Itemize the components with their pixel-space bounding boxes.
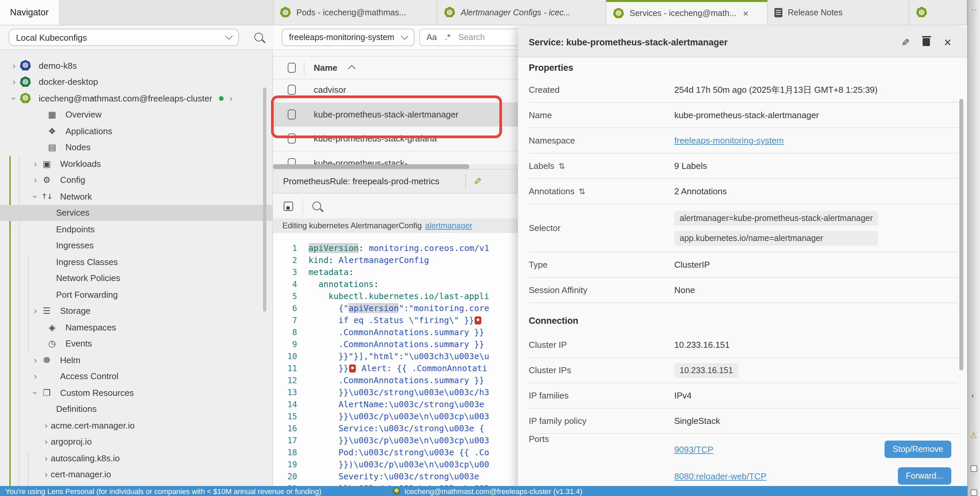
- sidebar-item-storage[interactable]: ›☰Storage: [0, 303, 273, 319]
- chevron-collapsed-icon[interactable]: ›: [41, 453, 51, 463]
- sidebar-item-autoscaling-k8s-io[interactable]: ›autoscaling.k8s.io: [0, 450, 273, 466]
- background-window-button[interactable]: [970, 465, 977, 472]
- sidebar-item-applications[interactable]: ❖Applications: [0, 123, 273, 139]
- chevron-collapsed-icon[interactable]: ›: [41, 421, 51, 431]
- sidebar-item-helm[interactable]: ›☸Helm: [0, 352, 273, 368]
- sort-ascending-icon[interactable]: [348, 65, 356, 73]
- detail-label: Cluster IPs: [529, 365, 674, 375]
- chevron-collapsed-icon[interactable]: ›: [10, 77, 19, 87]
- tab-pods[interactable]: ☸Pods - icecheng@mathmas...: [273, 0, 437, 25]
- horizontal-scrollbar[interactable]: [273, 164, 518, 169]
- service-name: cadvisor: [314, 85, 346, 95]
- tab-label: Pods - icecheng@mathmas...: [296, 8, 406, 17]
- background-window-button[interactable]: [970, 489, 977, 496]
- chevron-collapsed-icon[interactable]: ›: [41, 437, 51, 447]
- detail-row-ports: Ports9093/TCPStop/Remove8080:reloader-we…: [529, 434, 958, 487]
- sidebar-item-label: cert-manager.io: [51, 470, 111, 480]
- detail-value: ClusterIP: [674, 260, 710, 270]
- sidebar-item-ingresses[interactable]: Ingresses: [0, 237, 273, 254]
- sidebar-item-network-policies[interactable]: Network Policies: [0, 270, 273, 286]
- sidebar-item-port-forwarding[interactable]: Port Forwarding: [0, 286, 273, 303]
- chevron-expanded-icon[interactable]: ›: [9, 94, 19, 103]
- detail-label: Cluster IP: [529, 340, 674, 350]
- collapse-chevron-icon[interactable]: ‹: [971, 391, 974, 401]
- sidebar-item-label: Applications: [65, 126, 112, 136]
- kubeconfig-select[interactable]: Local Kubeconfigs: [9, 29, 239, 46]
- chevron-expanded-icon[interactable]: ›: [30, 192, 40, 201]
- port-action-button[interactable]: Stop/Remove: [885, 440, 951, 458]
- delete-trash-icon[interactable]: [923, 38, 930, 46]
- chevron-collapsed-icon[interactable]: ›: [31, 159, 40, 169]
- sidebar-item-ingress-classes[interactable]: Ingress Classes: [0, 254, 273, 270]
- close-icon[interactable]: ×: [743, 8, 748, 19]
- chevron-collapsed-icon[interactable]: ›: [10, 61, 19, 71]
- sidebar-item-definitions[interactable]: Definitions: [0, 401, 273, 417]
- tab-alertmanager[interactable]: ☸Alertmanager Configs - icec...: [437, 0, 606, 25]
- sidebar-item-config[interactable]: ›⚙Config: [0, 172, 273, 188]
- tab-mini[interactable]: ☸: [909, 0, 967, 25]
- chevron-expanded-icon[interactable]: ›: [30, 388, 40, 397]
- warning-icon[interactable]: ⚠: [970, 431, 977, 440]
- sidebar-item-cert-manager-io[interactable]: ›cert-manager.io: [0, 466, 273, 483]
- search-icon[interactable]: [255, 33, 263, 41]
- tab-release[interactable]: Release Notes: [768, 0, 909, 25]
- sidebar-item-overview[interactable]: ▦Overview: [0, 107, 273, 123]
- column-header-name[interactable]: Name: [314, 63, 337, 73]
- detail-label: Selector: [529, 223, 674, 233]
- sidebar-item-argoproj-io[interactable]: ›argoproj.io: [0, 434, 273, 450]
- sidebar-item-endpoints[interactable]: Endpoints: [0, 221, 273, 237]
- sidebar-item-demo-k8s[interactable]: ›☸demo-k8s: [0, 57, 273, 74]
- sidebar-item-namespaces[interactable]: ◈Namespaces: [0, 319, 273, 335]
- sidebar-scrollbar[interactable]: [263, 87, 266, 312]
- port-line: 9093/TCPStop/Remove: [674, 440, 958, 458]
- edit-pencil-icon[interactable]: ✎: [473, 175, 482, 187]
- port-link[interactable]: 8080:reloader-web/TCP: [674, 471, 766, 481]
- badge-list: alertmanager=kube-prometheus-stack-alert…: [674, 211, 878, 245]
- line-number: 9: [273, 339, 297, 350]
- editor-search-icon[interactable]: [312, 202, 321, 210]
- edit-pencil-icon[interactable]: ✎: [901, 37, 910, 48]
- detail-value: 2 Annotations: [674, 186, 727, 196]
- sidebar-item-acme-cert-manager-io[interactable]: ›acme.cert-manager.io: [0, 417, 273, 434]
- sort-toggle-icon[interactable]: ⇅: [558, 161, 565, 170]
- search-placeholder: Search: [458, 33, 485, 42]
- sidebar-item-network[interactable]: ›↑↓Network: [0, 188, 273, 205]
- regex-icon[interactable]: .*: [445, 33, 450, 42]
- select-all-checkbox[interactable]: [288, 63, 296, 73]
- line-number: 14: [273, 399, 297, 410]
- port-action-button[interactable]: Forward...: [897, 467, 951, 485]
- sort-toggle-icon[interactable]: ⇅: [579, 187, 585, 196]
- chevron-collapsed-icon[interactable]: ›: [31, 372, 40, 382]
- tab-label: Alertmanager Configs - icec...: [461, 8, 570, 17]
- alertmanager-config-link[interactable]: alertmanager: [425, 221, 472, 230]
- save-icon[interactable]: [284, 201, 293, 211]
- sidebar-item-services[interactable]: Services: [0, 205, 273, 221]
- namespace-link[interactable]: freeleaps-monitoring-system: [674, 135, 784, 146]
- sidebar-item-docker-desktop[interactable]: ›☸docker-desktop: [0, 74, 273, 90]
- sidebar-item-icecheng-mathmast-com-freeleaps-cluster[interactable]: ›☸icecheng@mathmast.com@freeleaps-cluste…: [0, 90, 273, 107]
- details-scrollbar[interactable]: [959, 99, 963, 370]
- sidebar-item-nodes[interactable]: ▤Nodes: [0, 139, 273, 156]
- chevron-collapsed-icon[interactable]: ›: [31, 355, 40, 365]
- chevron-right-icon[interactable]: ›: [230, 94, 233, 103]
- chevron-collapsed-icon[interactable]: ›: [31, 306, 40, 316]
- sidebar-item-configuration-konghq-com[interactable]: ›configuration.konghq.com: [0, 483, 273, 486]
- config-icon: ⚙: [40, 175, 53, 185]
- chevron-collapsed-icon[interactable]: ›: [31, 175, 40, 185]
- sidebar-item-access-control[interactable]: ›Access Control: [0, 368, 273, 385]
- sidebar-item-label: Definitions: [56, 404, 97, 414]
- port-link[interactable]: 9093/TCP: [674, 444, 713, 454]
- namespace-select[interactable]: freeleaps-monitoring-system: [282, 29, 415, 46]
- sidebar-item-custom-resources[interactable]: ›❒Custom Resources: [0, 385, 273, 401]
- sidebar-item-workloads[interactable]: ›▣Workloads: [0, 156, 273, 172]
- chevron-collapsed-icon[interactable]: ›: [41, 470, 51, 480]
- row-checkbox[interactable]: [288, 85, 296, 95]
- line-number: 7: [273, 315, 297, 326]
- close-icon[interactable]: ×: [944, 35, 951, 50]
- sidebar-item-events[interactable]: ◷Events: [0, 335, 273, 352]
- detail-label: Created: [529, 85, 674, 95]
- match-case-icon[interactable]: Aa: [426, 33, 437, 42]
- tab-services[interactable]: ☸Services - icecheng@math...×: [606, 0, 768, 25]
- active-cluster-status[interactable]: icecheng@mathmast.com@freeleaps-cluster …: [404, 487, 582, 495]
- row-checkbox[interactable]: [288, 158, 296, 165]
